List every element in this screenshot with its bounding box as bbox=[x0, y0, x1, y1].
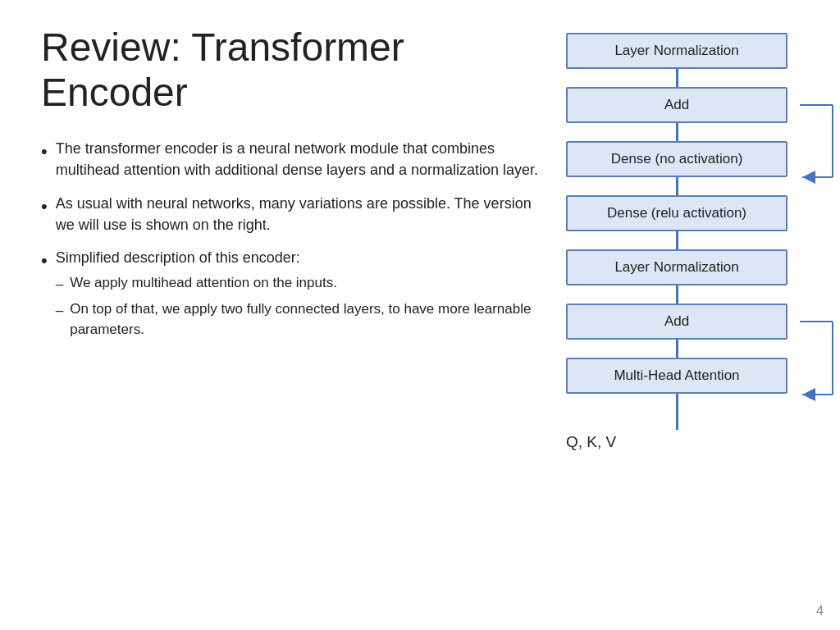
box-layer-norm-top: Layer Normalization bbox=[566, 33, 788, 69]
diagram: Layer Normalization Add Dense (no activa… bbox=[550, 33, 804, 451]
sub-dash-1: – bbox=[56, 275, 63, 295]
arrow-line-2 bbox=[676, 177, 678, 195]
sub-text-1: We apply multihead attention on the inpu… bbox=[70, 273, 337, 294]
sub-list: – We apply multihead attention on the in… bbox=[56, 273, 550, 340]
box-add-bottom: Add bbox=[566, 304, 788, 340]
sub-text-2: On top of that, we apply two fully conne… bbox=[70, 299, 550, 340]
arrow-line-5 bbox=[676, 340, 678, 358]
add-top-row: Add bbox=[550, 87, 804, 123]
bullet-text-3: Simplified description of this encoder: bbox=[56, 249, 300, 266]
bullet-item-1: • The transformer encoder is a neural ne… bbox=[41, 138, 550, 180]
bullet-item-2: • As usual with neural networks, many va… bbox=[41, 193, 550, 235]
arrow-1 bbox=[676, 123, 678, 141]
bullet-dot-1: • bbox=[41, 139, 48, 165]
bullet-text-2: As usual with neural networks, many vari… bbox=[56, 193, 550, 235]
arrow-line-6 bbox=[676, 394, 678, 412]
bullet-content-3: Simplified description of this encoder: … bbox=[56, 247, 550, 340]
arrow-4 bbox=[676, 285, 678, 304]
bullet-item-3: • Simplified description of this encoder… bbox=[41, 247, 550, 340]
arrow-0 bbox=[676, 69, 678, 87]
sub-dash-2: – bbox=[56, 301, 63, 322]
title-line1: Review: Transformer bbox=[41, 25, 404, 69]
left-panel: Review: Transformer Encoder • The transf… bbox=[41, 25, 550, 614]
box-dense-no-act: Dense (no activation) bbox=[566, 141, 788, 177]
arrow-line-1 bbox=[676, 123, 678, 141]
arrow-line-4 bbox=[676, 285, 678, 304]
arrow-line-3 bbox=[676, 231, 678, 249]
slide-number: 4 bbox=[816, 604, 824, 619]
box-dense-relu: Dense (relu activation) bbox=[566, 195, 788, 231]
arrow-5 bbox=[676, 340, 678, 358]
sub-item-1: – We apply multihead attention on the in… bbox=[56, 273, 550, 295]
add-bottom-row: Add bbox=[550, 304, 804, 340]
bullet-list: • The transformer encoder is a neural ne… bbox=[41, 138, 550, 340]
diagram-wrapper: Layer Normalization Add Dense (no activa… bbox=[550, 33, 829, 451]
arrow-line-6b bbox=[676, 412, 678, 430]
box-add-top: Add bbox=[566, 87, 788, 123]
box-layer-norm-bottom: Layer Normalization bbox=[566, 249, 788, 285]
bullet-dot-3: • bbox=[41, 248, 48, 274]
bullet-text-1: The transformer encoder is a neural netw… bbox=[56, 138, 550, 180]
title-line2: Encoder bbox=[41, 71, 188, 114]
bullet-dot-2: • bbox=[41, 194, 48, 220]
qkv-label: Q, K, V bbox=[566, 433, 616, 451]
arrow-2 bbox=[676, 177, 678, 195]
sub-item-2: – On top of that, we apply two fully con… bbox=[56, 299, 550, 340]
arrow-line-0 bbox=[676, 69, 678, 87]
box-multihead-attn: Multi-Head Attention bbox=[566, 358, 788, 394]
right-panel: Layer Normalization Add Dense (no activa… bbox=[550, 25, 829, 614]
slide-title: Review: Transformer Encoder bbox=[41, 25, 550, 115]
slide: Review: Transformer Encoder • The transf… bbox=[0, 0, 840, 630]
arrow-6 bbox=[676, 394, 678, 430]
arrow-3 bbox=[676, 231, 678, 249]
